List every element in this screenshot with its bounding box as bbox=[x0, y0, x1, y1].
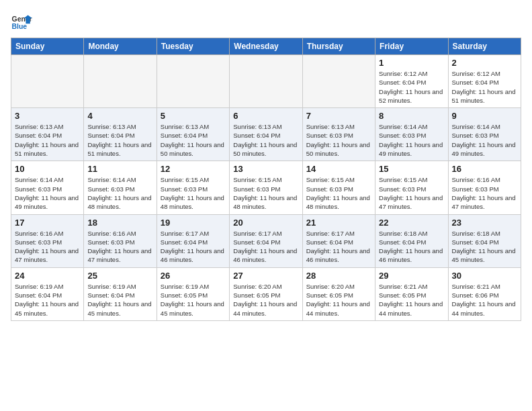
day-info: Sunrise: 6:15 AMSunset: 6:03 PMDaylight:… bbox=[379, 175, 444, 211]
day-number: 30 bbox=[452, 271, 517, 281]
page-header: General Blue bbox=[11, 11, 521, 32]
day-info: Sunrise: 6:19 AMSunset: 6:05 PMDaylight:… bbox=[161, 282, 226, 318]
day-info: Sunrise: 6:17 AMSunset: 6:04 PMDaylight:… bbox=[233, 229, 298, 265]
calendar-day-cell: 28Sunrise: 6:20 AMSunset: 6:05 PMDayligh… bbox=[302, 267, 375, 320]
day-number: 6 bbox=[233, 111, 298, 121]
calendar-day-cell: 14Sunrise: 6:15 AMSunset: 6:03 PMDayligh… bbox=[302, 161, 375, 214]
day-info: Sunrise: 6:19 AMSunset: 6:04 PMDaylight:… bbox=[15, 282, 80, 318]
weekday-header-row: SundayMondayTuesdayWednesdayThursdayFrid… bbox=[11, 38, 521, 55]
day-number: 5 bbox=[161, 111, 226, 121]
day-info: Sunrise: 6:20 AMSunset: 6:05 PMDaylight:… bbox=[306, 282, 371, 318]
day-number: 11 bbox=[87, 164, 152, 174]
day-info: Sunrise: 6:16 AMSunset: 6:03 PMDaylight:… bbox=[452, 175, 517, 211]
weekday-header-cell: Friday bbox=[375, 38, 448, 55]
day-info: Sunrise: 6:13 AMSunset: 6:04 PMDaylight:… bbox=[15, 122, 80, 158]
day-number: 8 bbox=[379, 111, 444, 121]
day-info: Sunrise: 6:20 AMSunset: 6:05 PMDaylight:… bbox=[233, 282, 298, 318]
day-number: 2 bbox=[452, 58, 517, 68]
day-info: Sunrise: 6:13 AMSunset: 6:04 PMDaylight:… bbox=[161, 122, 226, 158]
calendar-day-cell: 20Sunrise: 6:17 AMSunset: 6:04 PMDayligh… bbox=[230, 214, 302, 267]
weekday-header-cell: Sunday bbox=[11, 38, 84, 55]
calendar-week-row: 17Sunrise: 6:16 AMSunset: 6:03 PMDayligh… bbox=[11, 214, 521, 267]
day-number: 26 bbox=[161, 271, 226, 281]
logo-icon: General Blue bbox=[11, 11, 32, 32]
calendar-day-cell bbox=[84, 55, 157, 108]
day-number: 20 bbox=[233, 218, 298, 228]
day-number: 29 bbox=[379, 271, 444, 281]
calendar-table: SundayMondayTuesdayWednesdayThursdayFrid… bbox=[11, 38, 521, 321]
calendar-day-cell: 30Sunrise: 6:21 AMSunset: 6:06 PMDayligh… bbox=[448, 267, 521, 320]
calendar-day-cell: 27Sunrise: 6:20 AMSunset: 6:05 PMDayligh… bbox=[230, 267, 302, 320]
calendar-day-cell: 12Sunrise: 6:15 AMSunset: 6:03 PMDayligh… bbox=[157, 161, 229, 214]
day-number: 1 bbox=[379, 58, 444, 68]
day-info: Sunrise: 6:14 AMSunset: 6:03 PMDaylight:… bbox=[15, 175, 80, 211]
calendar-day-cell bbox=[230, 55, 302, 108]
calendar-day-cell: 25Sunrise: 6:19 AMSunset: 6:04 PMDayligh… bbox=[84, 267, 157, 320]
day-number: 25 bbox=[87, 271, 152, 281]
day-info: Sunrise: 6:16 AMSunset: 6:03 PMDaylight:… bbox=[87, 229, 152, 265]
calendar-day-cell: 2Sunrise: 6:12 AMSunset: 6:04 PMDaylight… bbox=[448, 55, 521, 108]
calendar-week-row: 3Sunrise: 6:13 AMSunset: 6:04 PMDaylight… bbox=[11, 108, 521, 161]
day-info: Sunrise: 6:13 AMSunset: 6:04 PMDaylight:… bbox=[87, 122, 152, 158]
calendar-day-cell: 22Sunrise: 6:18 AMSunset: 6:04 PMDayligh… bbox=[375, 214, 448, 267]
day-info: Sunrise: 6:13 AMSunset: 6:04 PMDaylight:… bbox=[233, 122, 298, 158]
calendar-day-cell: 17Sunrise: 6:16 AMSunset: 6:03 PMDayligh… bbox=[11, 214, 84, 267]
weekday-header-cell: Saturday bbox=[448, 38, 521, 55]
day-info: Sunrise: 6:17 AMSunset: 6:04 PMDaylight:… bbox=[306, 229, 371, 265]
calendar-day-cell: 26Sunrise: 6:19 AMSunset: 6:05 PMDayligh… bbox=[157, 267, 229, 320]
calendar-day-cell: 7Sunrise: 6:13 AMSunset: 6:03 PMDaylight… bbox=[302, 108, 375, 161]
day-number: 28 bbox=[306, 271, 371, 281]
day-number: 27 bbox=[233, 271, 298, 281]
calendar-body: 1Sunrise: 6:12 AMSunset: 6:04 PMDaylight… bbox=[11, 55, 521, 321]
day-number: 13 bbox=[233, 164, 298, 174]
day-number: 17 bbox=[15, 218, 80, 228]
calendar-day-cell: 1Sunrise: 6:12 AMSunset: 6:04 PMDaylight… bbox=[375, 55, 448, 108]
day-info: Sunrise: 6:19 AMSunset: 6:04 PMDaylight:… bbox=[87, 282, 152, 318]
calendar-day-cell: 3Sunrise: 6:13 AMSunset: 6:04 PMDaylight… bbox=[11, 108, 84, 161]
day-number: 9 bbox=[452, 111, 517, 121]
logo: General Blue bbox=[11, 11, 32, 32]
calendar-day-cell: 11Sunrise: 6:14 AMSunset: 6:03 PMDayligh… bbox=[84, 161, 157, 214]
day-number: 10 bbox=[15, 164, 80, 174]
day-number: 19 bbox=[161, 218, 226, 228]
day-number: 18 bbox=[87, 218, 152, 228]
calendar-day-cell: 10Sunrise: 6:14 AMSunset: 6:03 PMDayligh… bbox=[11, 161, 84, 214]
day-number: 12 bbox=[161, 164, 226, 174]
day-info: Sunrise: 6:21 AMSunset: 6:05 PMDaylight:… bbox=[379, 282, 444, 318]
day-number: 23 bbox=[452, 218, 517, 228]
calendar-day-cell: 16Sunrise: 6:16 AMSunset: 6:03 PMDayligh… bbox=[448, 161, 521, 214]
calendar-day-cell bbox=[302, 55, 375, 108]
calendar-day-cell: 29Sunrise: 6:21 AMSunset: 6:05 PMDayligh… bbox=[375, 267, 448, 320]
calendar-day-cell: 23Sunrise: 6:18 AMSunset: 6:04 PMDayligh… bbox=[448, 214, 521, 267]
calendar-day-cell: 6Sunrise: 6:13 AMSunset: 6:04 PMDaylight… bbox=[230, 108, 302, 161]
day-info: Sunrise: 6:18 AMSunset: 6:04 PMDaylight:… bbox=[379, 229, 444, 265]
day-info: Sunrise: 6:14 AMSunset: 6:03 PMDaylight:… bbox=[379, 122, 444, 158]
day-number: 15 bbox=[379, 164, 444, 174]
day-number: 3 bbox=[15, 111, 80, 121]
day-info: Sunrise: 6:15 AMSunset: 6:03 PMDaylight:… bbox=[233, 175, 298, 211]
day-number: 24 bbox=[15, 271, 80, 281]
calendar-week-row: 24Sunrise: 6:19 AMSunset: 6:04 PMDayligh… bbox=[11, 267, 521, 320]
day-number: 22 bbox=[379, 218, 444, 228]
calendar-day-cell: 13Sunrise: 6:15 AMSunset: 6:03 PMDayligh… bbox=[230, 161, 302, 214]
day-number: 21 bbox=[306, 218, 371, 228]
calendar-day-cell: 15Sunrise: 6:15 AMSunset: 6:03 PMDayligh… bbox=[375, 161, 448, 214]
calendar-day-cell: 4Sunrise: 6:13 AMSunset: 6:04 PMDaylight… bbox=[84, 108, 157, 161]
weekday-header-cell: Tuesday bbox=[157, 38, 229, 55]
day-info: Sunrise: 6:18 AMSunset: 6:04 PMDaylight:… bbox=[452, 229, 517, 265]
calendar-day-cell: 19Sunrise: 6:17 AMSunset: 6:04 PMDayligh… bbox=[157, 214, 229, 267]
day-info: Sunrise: 6:12 AMSunset: 6:04 PMDaylight:… bbox=[452, 69, 517, 105]
calendar-day-cell bbox=[11, 55, 84, 108]
calendar-week-row: 10Sunrise: 6:14 AMSunset: 6:03 PMDayligh… bbox=[11, 161, 521, 214]
day-info: Sunrise: 6:15 AMSunset: 6:03 PMDaylight:… bbox=[161, 175, 226, 211]
calendar-day-cell: 21Sunrise: 6:17 AMSunset: 6:04 PMDayligh… bbox=[302, 214, 375, 267]
svg-text:Blue: Blue bbox=[12, 23, 28, 30]
day-info: Sunrise: 6:12 AMSunset: 6:04 PMDaylight:… bbox=[379, 69, 444, 105]
calendar-day-cell: 8Sunrise: 6:14 AMSunset: 6:03 PMDaylight… bbox=[375, 108, 448, 161]
calendar-day-cell: 24Sunrise: 6:19 AMSunset: 6:04 PMDayligh… bbox=[11, 267, 84, 320]
calendar-day-cell: 9Sunrise: 6:14 AMSunset: 6:03 PMDaylight… bbox=[448, 108, 521, 161]
day-info: Sunrise: 6:15 AMSunset: 6:03 PMDaylight:… bbox=[306, 175, 371, 211]
weekday-header-cell: Thursday bbox=[302, 38, 375, 55]
day-info: Sunrise: 6:17 AMSunset: 6:04 PMDaylight:… bbox=[161, 229, 226, 265]
weekday-header-cell: Monday bbox=[84, 38, 157, 55]
